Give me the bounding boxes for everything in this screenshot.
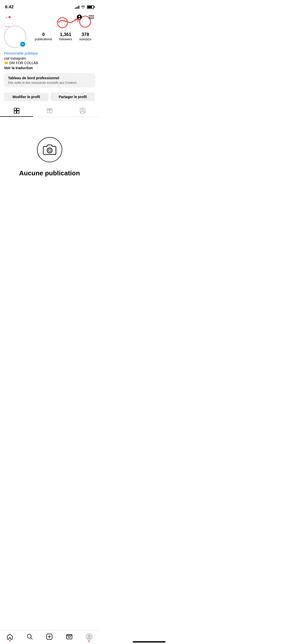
stat-publications[interactable]: 0 publications: [35, 32, 52, 42]
bio-section: Personnalité publique cial Instagram 🤝 D…: [0, 51, 99, 70]
see-translation[interactable]: Voir la traduction: [4, 66, 95, 70]
stat-followers-value: 1,361: [60, 32, 71, 37]
stat-following-value: 378: [82, 32, 89, 37]
profile-tabs: [0, 105, 99, 117]
svg-rect-3: [17, 108, 19, 110]
status-icons: [75, 5, 94, 9]
stat-following-label: suivi(e)s: [79, 37, 91, 42]
empty-title: Aucune publication: [19, 169, 80, 177]
stat-publications-label: publications: [35, 37, 52, 42]
signal-icon: [75, 5, 79, 9]
wifi-icon: [81, 5, 85, 9]
dashboard-title: Tableau de bord professionnel: [8, 76, 91, 80]
svg-point-14: [47, 148, 52, 153]
stat-followers[interactable]: 1,361 followers: [59, 32, 72, 42]
collab-emoji: 🤝: [4, 61, 8, 65]
stats-row: 0 publications 1,361 followers 378 suivi…: [31, 32, 95, 42]
menu-button[interactable]: [88, 14, 95, 21]
bio-line: cial Instagram: [4, 56, 95, 60]
svg-rect-5: [17, 111, 19, 113]
action-buttons: Modifier le profil Partager le profil: [0, 91, 99, 103]
camera-icon: [43, 144, 56, 155]
top-nav: ⌄: [0, 12, 99, 23]
avatar-container[interactable]: Note... +: [4, 26, 26, 48]
edit-profile-button[interactable]: Modifier le profil: [4, 93, 49, 101]
status-bar: 6:42: [0, 0, 99, 12]
empty-state: Aucune publication: [0, 117, 99, 207]
camera-circle: [37, 137, 62, 162]
svg-point-7: [49, 110, 50, 111]
grid-icon: [14, 108, 20, 114]
reels-tab-icon: [47, 108, 53, 114]
tab-grid[interactable]: [0, 105, 33, 117]
username-area[interactable]: ⌄: [4, 15, 11, 19]
stat-following[interactable]: 378 suivi(e)s: [79, 32, 91, 42]
profile-section: Note... + 0 publications 1,361 followers…: [0, 23, 99, 48]
svg-rect-4: [14, 111, 16, 113]
dropdown-arrow-icon[interactable]: ⌄: [5, 15, 8, 19]
hamburger-icon: [89, 15, 94, 19]
bio-collab: 🤝 DM FOR COLLAB: [4, 61, 95, 65]
tab-tagged[interactable]: [66, 105, 99, 117]
add-story-button[interactable]: +: [20, 41, 26, 47]
svg-rect-2: [14, 108, 16, 110]
status-time: 6:42: [5, 5, 14, 10]
share-profile-button[interactable]: Partager le profil: [51, 93, 95, 101]
stat-publications-value: 0: [42, 32, 45, 37]
dashboard-card[interactable]: Tableau de bord professionnel Des outils…: [4, 73, 95, 88]
tagged-icon: [80, 108, 86, 114]
stat-followers-label: followers: [59, 37, 72, 42]
tab-reels[interactable]: [33, 105, 66, 117]
threads-icon[interactable]: [76, 14, 83, 21]
svg-point-13: [82, 109, 84, 111]
svg-point-15: [48, 149, 51, 152]
battery-icon: [87, 5, 94, 9]
bio-type[interactable]: Personnalité publique: [4, 51, 95, 55]
notification-dot: [9, 16, 11, 18]
dashboard-subtitle: Des outils et des ressources exclusifs a…: [8, 81, 91, 85]
profile-top: Note... + 0 publications 1,361 followers…: [4, 26, 95, 48]
